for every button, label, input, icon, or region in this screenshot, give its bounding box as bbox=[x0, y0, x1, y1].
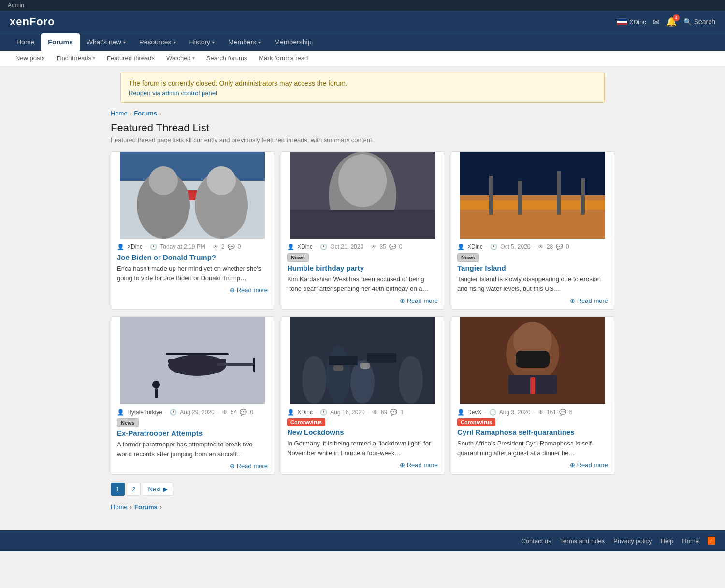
subnav-mark-read[interactable]: Mark forums read bbox=[253, 51, 314, 66]
read-more-link[interactable]: ⊕ Read more bbox=[117, 287, 268, 294]
thread-date: Oct 5, 2020 bbox=[500, 244, 530, 250]
thread-title[interactable]: Joe Biden or Donald Trump? bbox=[117, 253, 216, 261]
nav-forums[interactable]: Forums bbox=[41, 33, 79, 51]
alert-link[interactable]: Reopen via admin control panel bbox=[129, 89, 217, 97]
thread-excerpt: In Germany, it is being termed a "lockdo… bbox=[287, 439, 438, 458]
breadcrumb-forums[interactable]: Forums bbox=[134, 110, 157, 117]
thread-tags: Coronavirus bbox=[287, 418, 438, 426]
subnav-featured-threads[interactable]: Featured threads bbox=[101, 51, 160, 66]
tag[interactable]: Coronavirus bbox=[287, 418, 325, 426]
footer-help[interactable]: Help bbox=[661, 537, 674, 545]
thread-title[interactable]: Cyril Ramaphosa self-quarantines bbox=[457, 428, 575, 436]
notifications-bell[interactable]: 🔔 4 bbox=[666, 16, 677, 27]
nav-history[interactable]: History ▾ bbox=[183, 33, 222, 51]
svg-rect-17 bbox=[557, 171, 561, 215]
subnav-watched[interactable]: Watched ▾ bbox=[160, 51, 201, 66]
views-icon: 👁 bbox=[371, 244, 377, 250]
svg-rect-16 bbox=[518, 181, 522, 215]
header-right: XDinc ✉ 🔔 4 🔍 Search bbox=[617, 16, 715, 27]
thread-date: Aug 3, 2020 bbox=[499, 409, 531, 416]
read-more-icon: ⊕ bbox=[570, 297, 575, 304]
thread-views: 161 bbox=[547, 409, 556, 416]
footer-breadcrumb-home[interactable]: Home bbox=[111, 503, 128, 511]
user-pill[interactable]: XDinc bbox=[617, 18, 646, 26]
search-label: Search bbox=[694, 18, 715, 26]
tag[interactable]: News bbox=[287, 253, 309, 262]
footer-terms[interactable]: Terms and rules bbox=[560, 537, 605, 545]
footer-contact[interactable]: Contact us bbox=[521, 537, 551, 545]
svg-rect-42 bbox=[530, 377, 535, 394]
page-button-1[interactable]: 1 bbox=[111, 483, 125, 496]
subnav-new-posts[interactable]: New posts bbox=[10, 51, 51, 66]
thread-tags: News bbox=[287, 253, 438, 262]
read-more-label: Read more bbox=[407, 461, 438, 469]
thread-views: 54 bbox=[231, 409, 237, 416]
page-button-2[interactable]: 2 bbox=[127, 483, 141, 496]
thread-date: Oct 21, 2020 bbox=[330, 244, 363, 250]
svg-rect-22 bbox=[217, 363, 255, 366]
chevron-down-icon: ▾ bbox=[192, 56, 195, 61]
svg-rect-40 bbox=[516, 351, 550, 368]
thread-meta: 👤 XDinc · 🕐 Oct 21, 2020 · 👁 35 💬 0 bbox=[287, 244, 438, 250]
thread-title[interactable]: Tangier Island bbox=[457, 264, 506, 272]
read-more-link[interactable]: ⊕ Read more bbox=[457, 461, 608, 469]
nav-home[interactable]: Home bbox=[10, 33, 41, 51]
replies-icon: 💬 bbox=[389, 244, 396, 250]
pagination: 1 2 Next ▶ bbox=[111, 483, 614, 496]
thread-meta: 👤 XDinc · 🕐 Aug 16, 2020 · 👁 89 💬 1 bbox=[287, 409, 438, 416]
svg-rect-23 bbox=[166, 353, 229, 355]
read-more-link[interactable]: ⊕ Read more bbox=[457, 297, 608, 304]
read-more-link[interactable]: ⊕ Read more bbox=[287, 461, 438, 469]
thread-card-body: 👤 XDinc · 🕐 Today at 2:19 PM · 👁 2 💬 0 J… bbox=[111, 239, 274, 299]
read-more-icon: ⊕ bbox=[400, 461, 405, 469]
thread-tags: News bbox=[457, 253, 608, 262]
rss-icon[interactable]: r bbox=[708, 537, 715, 545]
admin-label: Admin bbox=[8, 2, 24, 9]
bottom-footer: Contact us Terms and rules Privacy polic… bbox=[0, 530, 725, 551]
svg-point-29 bbox=[326, 346, 350, 404]
thread-views: 35 bbox=[379, 244, 386, 250]
site-logo[interactable]: xenForo bbox=[10, 15, 55, 28]
chevron-down-icon: ▾ bbox=[212, 40, 215, 45]
subnav-search-forums[interactable]: Search forums bbox=[201, 51, 253, 66]
read-more-label: Read more bbox=[577, 297, 608, 304]
breadcrumb-sep: › bbox=[130, 111, 132, 116]
read-more-icon: ⊕ bbox=[230, 462, 235, 470]
read-more-link[interactable]: ⊕ Read more bbox=[287, 297, 438, 304]
subnav-find-threads[interactable]: Find threads ▾ bbox=[51, 51, 101, 66]
thread-title[interactable]: Humble birthday party bbox=[287, 264, 364, 272]
thread-image bbox=[281, 317, 444, 404]
tag[interactable]: News bbox=[457, 253, 479, 262]
svg-point-5 bbox=[149, 166, 178, 195]
thread-title[interactable]: Ex-Paratrooper Attempts bbox=[117, 429, 203, 437]
breadcrumb-home[interactable]: Home bbox=[111, 110, 128, 117]
nav-members[interactable]: Members ▾ bbox=[221, 33, 267, 51]
read-more-link[interactable]: ⊕ Read more bbox=[117, 462, 268, 470]
sub-navigation: New posts Find threads ▾ Featured thread… bbox=[0, 51, 725, 66]
tag[interactable]: News bbox=[117, 418, 139, 427]
read-more-icon: ⊕ bbox=[230, 287, 235, 294]
chevron-down-icon: ▾ bbox=[174, 40, 176, 45]
thread-title[interactable]: New Lockdowns bbox=[287, 428, 344, 436]
svg-rect-34 bbox=[367, 353, 396, 363]
page-next-button[interactable]: Next ▶ bbox=[143, 483, 173, 496]
user-icon: 👤 bbox=[117, 409, 124, 416]
nav-whats-new[interactable]: What's new ▾ bbox=[80, 33, 132, 51]
nav-membership[interactable]: Membership bbox=[267, 33, 318, 51]
footer-breadcrumb-forums[interactable]: Forums bbox=[134, 503, 158, 511]
replies-icon: 💬 bbox=[228, 244, 235, 250]
breadcrumb-sep2: › bbox=[160, 503, 162, 511]
views-icon: 👁 bbox=[222, 409, 228, 416]
page-subtitle: Featured thread page lists all currently… bbox=[111, 136, 614, 143]
thread-views: 28 bbox=[547, 244, 553, 250]
replies-icon: 💬 bbox=[390, 409, 397, 416]
thread-excerpt: A former paratrooper has attempted to br… bbox=[117, 440, 268, 459]
mail-icon[interactable]: ✉ bbox=[653, 17, 659, 27]
tag[interactable]: Coronavirus bbox=[457, 418, 495, 426]
thread-views: 89 bbox=[381, 409, 387, 416]
footer-privacy[interactable]: Privacy policy bbox=[613, 537, 652, 545]
thread-card-body: 👤 DevX · 🕐 Aug 3, 2020 · 👁 161 💬 6 Coron… bbox=[451, 404, 614, 473]
footer-home[interactable]: Home bbox=[682, 537, 699, 545]
search-button[interactable]: 🔍 Search bbox=[683, 18, 715, 26]
nav-resources[interactable]: Resources ▾ bbox=[132, 33, 183, 51]
